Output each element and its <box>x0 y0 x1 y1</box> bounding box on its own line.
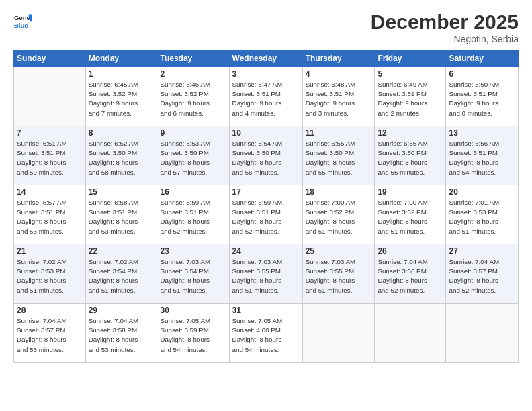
day-number: 10 <box>232 128 300 138</box>
table-row: 8Sunrise: 6:52 AMSunset: 3:50 PMDaylight… <box>85 126 157 185</box>
day-info-line: Sunset: 3:52 PM <box>378 208 426 216</box>
table-row: 6Sunrise: 6:50 AMSunset: 3:51 PMDaylight… <box>446 67 519 126</box>
table-row: 21Sunrise: 7:02 AMSunset: 3:53 PMDayligh… <box>14 244 86 304</box>
day-info: Sunrise: 7:02 AMSunset: 3:53 PMDaylight:… <box>17 257 83 295</box>
day-info-line: Sunrise: 7:04 AM <box>17 317 67 324</box>
table-row: 15Sunrise: 6:58 AMSunset: 3:51 PMDayligh… <box>85 185 157 244</box>
day-info-line: Daylight: 9 hours <box>232 99 282 107</box>
day-info-line: Sunset: 3:51 PM <box>17 208 65 216</box>
day-info: Sunrise: 6:48 AMSunset: 3:51 PMDaylight:… <box>306 80 372 118</box>
day-info-line: Sunset: 3:51 PM <box>378 90 426 97</box>
day-info-line: and 57 minutes. <box>160 169 207 176</box>
calendar-week-row: 1Sunrise: 6:45 AMSunset: 3:52 PMDaylight… <box>14 67 519 126</box>
day-info-line: Sunrise: 6:59 AM <box>160 199 210 206</box>
day-info-line: and 51 minutes. <box>17 287 64 294</box>
col-thursday: Thursday <box>302 50 375 67</box>
day-info: Sunrise: 6:59 AMSunset: 3:51 PMDaylight:… <box>160 198 226 236</box>
col-wednesday: Wednesday <box>229 50 302 67</box>
table-row: 25Sunrise: 7:03 AMSunset: 3:55 PMDayligh… <box>302 244 375 304</box>
table-row: 2Sunrise: 6:46 AMSunset: 3:52 PMDaylight… <box>157 67 229 126</box>
day-info-line: Sunrise: 7:05 AM <box>160 317 210 324</box>
day-info-line: Sunrise: 7:04 AM <box>378 258 428 265</box>
day-info-line: Daylight: 8 hours <box>232 218 282 225</box>
day-info-line: and 0 minutes. <box>449 109 492 117</box>
day-info-line: Sunset: 3:54 PM <box>160 267 208 275</box>
day-info-line: Sunset: 3:53 PM <box>449 208 497 216</box>
day-number: 14 <box>17 187 83 197</box>
logo: General Blue <box>13 12 32 31</box>
day-info-line: Daylight: 8 hours <box>306 218 355 225</box>
day-info-line: Daylight: 8 hours <box>378 277 427 284</box>
col-tuesday: Tuesday <box>157 50 229 67</box>
day-info-line: and 51 minutes. <box>449 228 496 235</box>
day-info-line: and 7 minutes. <box>89 109 132 117</box>
day-info-line: Sunset: 3:50 PM <box>378 149 426 156</box>
day-info-line: and 51 minutes. <box>160 287 207 294</box>
day-info-line: Daylight: 8 hours <box>449 277 498 284</box>
table-row: 24Sunrise: 7:03 AMSunset: 3:55 PMDayligh… <box>229 244 302 304</box>
day-info-line: Sunset: 3:56 PM <box>378 267 426 275</box>
day-number: 18 <box>306 187 372 197</box>
day-info-line: Daylight: 8 hours <box>89 277 138 284</box>
day-info: Sunrise: 6:57 AMSunset: 3:51 PMDaylight:… <box>17 198 83 236</box>
day-info-line: and 53 minutes. <box>17 228 64 235</box>
day-info-line: and 55 minutes. <box>306 169 353 176</box>
logo-icon: General Blue <box>13 12 32 31</box>
day-info-line: Sunrise: 7:00 AM <box>378 199 428 206</box>
day-info: Sunrise: 7:00 AMSunset: 3:52 PMDaylight:… <box>378 198 443 236</box>
day-number: 19 <box>378 187 443 197</box>
day-number: 16 <box>160 187 226 197</box>
day-number: 26 <box>378 246 443 256</box>
day-number: 2 <box>160 69 226 79</box>
day-number: 7 <box>17 128 83 138</box>
table-row: 17Sunrise: 6:59 AMSunset: 3:51 PMDayligh… <box>229 185 302 244</box>
table-row: 29Sunrise: 7:04 AMSunset: 3:58 PMDayligh… <box>85 304 157 363</box>
day-number: 27 <box>449 246 515 256</box>
day-info-line: Daylight: 8 hours <box>17 336 66 343</box>
day-info-line: Sunrise: 7:03 AM <box>306 258 356 265</box>
header: General Blue December 2025 Negotin, Serb… <box>13 12 519 44</box>
table-row <box>14 67 86 126</box>
day-info-line: Sunrise: 6:46 AM <box>160 81 210 88</box>
day-info-line: and 54 minutes. <box>232 346 279 353</box>
day-info-line: Sunset: 3:50 PM <box>306 149 354 156</box>
table-row: 13Sunrise: 6:56 AMSunset: 3:51 PMDayligh… <box>446 126 519 185</box>
day-info-line: Daylight: 9 hours <box>449 99 498 107</box>
day-info: Sunrise: 6:54 AMSunset: 3:50 PMDaylight:… <box>232 139 300 177</box>
day-number: 3 <box>232 69 300 79</box>
day-info-line: Sunrise: 7:04 AM <box>89 317 139 324</box>
day-info-line: and 51 minutes. <box>306 287 353 294</box>
month-title: December 2025 <box>371 12 519 32</box>
col-friday: Friday <box>375 50 446 67</box>
day-info-line: Sunrise: 6:52 AM <box>89 140 139 147</box>
day-info-line: Sunset: 3:51 PM <box>306 90 354 97</box>
day-info-line: Daylight: 8 hours <box>17 277 66 284</box>
day-info: Sunrise: 7:04 AMSunset: 3:57 PMDaylight:… <box>449 257 515 295</box>
table-row <box>302 304 375 363</box>
day-info-line: Sunrise: 7:04 AM <box>449 258 499 265</box>
day-info-line: and 52 minutes. <box>449 287 496 294</box>
day-info-line: Daylight: 8 hours <box>160 336 210 343</box>
day-number: 29 <box>89 306 154 315</box>
day-number: 15 <box>89 187 154 197</box>
calendar-week-row: 21Sunrise: 7:02 AMSunset: 3:53 PMDayligh… <box>14 244 519 304</box>
day-info-line: Sunset: 3:51 PM <box>160 208 208 216</box>
day-info-line: Sunset: 3:59 PM <box>160 326 208 334</box>
day-number: 6 <box>449 69 515 79</box>
day-info: Sunrise: 7:03 AMSunset: 3:55 PMDaylight:… <box>232 257 300 295</box>
day-info-line: and 52 minutes. <box>160 228 207 235</box>
day-info-line: and 6 minutes. <box>160 109 203 117</box>
day-info-line: Daylight: 8 hours <box>89 158 138 166</box>
table-row: 23Sunrise: 7:03 AMSunset: 3:54 PMDayligh… <box>157 244 229 304</box>
day-info-line: Sunrise: 6:57 AM <box>17 199 67 206</box>
col-saturday: Saturday <box>446 50 519 67</box>
calendar-week-row: 7Sunrise: 6:51 AMSunset: 3:51 PMDaylight… <box>14 126 519 185</box>
svg-text:Blue: Blue <box>14 21 28 29</box>
day-info-line: Sunset: 3:50 PM <box>89 149 137 156</box>
day-info-line: Sunrise: 7:03 AM <box>160 258 210 265</box>
day-info-line: Sunrise: 6:58 AM <box>89 199 139 206</box>
table-row: 11Sunrise: 6:55 AMSunset: 3:50 PMDayligh… <box>302 126 375 185</box>
day-number: 4 <box>306 69 372 79</box>
day-info-line: and 54 minutes. <box>160 346 207 353</box>
day-number: 5 <box>378 69 443 79</box>
